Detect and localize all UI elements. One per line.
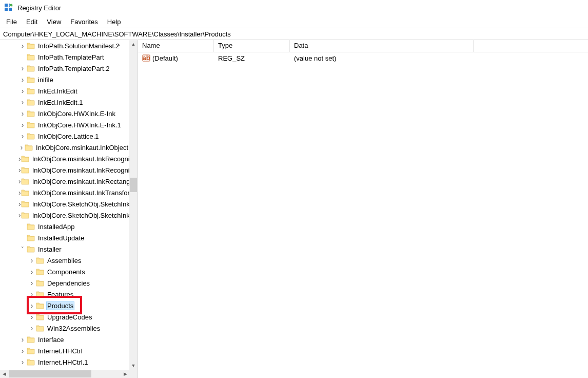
expander-closed-icon[interactable]: › [18,335,27,344]
folder-icon [36,268,44,275]
folder-icon [36,313,44,320]
folder-icon [27,336,35,343]
tree-item-label: InkObjCore.HWXInk.E-Ink [37,109,116,118]
menubar: File Edit View Favorites Help [0,15,588,28]
expander-closed-icon[interactable]: › [28,279,36,287]
address-bar[interactable]: Computer\HKEY_LOCAL_MACHINE\SOFTWARE\Cla… [0,28,588,40]
tree-item[interactable]: ›inifile [0,74,129,85]
tree-item[interactable]: ›Products [0,300,129,311]
tree-item-label: Internet.HHCtrl.1 [37,358,89,367]
folder-icon [21,178,29,185]
folder-icon [27,99,35,106]
values-list[interactable]: ab(Default)REG_SZ(value not set) [138,52,588,64]
folder-icon [27,87,35,94]
menu-file[interactable]: File [2,17,21,27]
tree-item[interactable]: ›InkEd.InkEdit [0,85,129,97]
svg-rect-2 [5,8,8,11]
tree-item[interactable]: ›Components [0,266,129,277]
folder-icon [36,325,44,332]
tree-item[interactable]: ˅Installer [0,243,129,255]
folder-icon [27,65,35,72]
column-header-name[interactable]: Name [138,40,214,52]
expander-closed-icon[interactable]: › [18,75,27,84]
expander-closed-icon[interactable]: › [18,358,27,366]
tree-item-label: InfoPath.SolutionManifest.2 [37,42,121,50]
folder-icon [25,144,33,151]
tree-pane: ›InfoPath.SolutionManifest.2 ^InfoPath.T… [0,40,138,378]
menu-help[interactable]: Help [103,17,125,27]
menu-view[interactable]: View [43,17,65,27]
tree-item[interactable]: ›UpgradeCodes [0,311,129,323]
tree-item[interactable]: ›InkObjCore.HWXInk.E-Ink [0,108,129,119]
tree-item-label: Features [46,290,74,299]
folder-icon [36,279,44,287]
tree-item[interactable]: ›InkObjCore.msinkaut.InkRecognizers [0,164,129,176]
tree-item-label: Assemblies [46,256,82,265]
tree-item[interactable]: ›Assemblies [0,255,129,266]
tree-item-label: InkObjCore.msinkaut.InkRecognizerContext [31,155,129,163]
horizontal-scroll-thumb[interactable] [9,370,91,377]
tree-item-label: InkObjCore.msinkaut.InkRectangle [31,177,129,186]
tree-item[interactable]: ›Internet.HHCtrl.1 [0,356,129,368]
column-header-type[interactable]: Type [214,40,290,52]
tree-item[interactable]: ›Win32Assemblies [0,323,129,334]
expander-closed-icon[interactable]: › [28,313,36,321]
expander-closed-icon[interactable]: › [28,290,36,298]
tree-item[interactable]: InstalledUpdate [0,232,129,243]
tree-item[interactable]: ›Features [0,289,129,300]
column-header-data[interactable]: Data [290,40,474,52]
expander-closed-icon[interactable]: › [18,109,27,118]
expander-closed-icon[interactable]: › [18,42,27,50]
expander-closed-icon[interactable]: › [28,268,36,276]
tree-item[interactable]: ›InkObjCore.SketchObj.SketchInk [0,198,129,210]
expander-closed-icon[interactable]: › [18,121,27,129]
folder-icon [27,234,35,241]
expander-closed-icon[interactable]: › [18,98,27,106]
horizontal-scrollbar[interactable]: ◀ ▶ [0,370,129,378]
tree-item[interactable]: ›InkObjCore.msinkaut.InkRecognizerContex… [0,153,129,164]
folder-icon [27,76,35,83]
expander-closed-icon[interactable]: › [28,256,36,264]
expander-closed-icon[interactable]: › [18,347,27,355]
tree-item-label: Dependencies [46,279,91,288]
scroll-up-arrow[interactable]: ▲ [129,40,138,48]
scroll-right-arrow[interactable]: ▶ [121,370,129,378]
tree-item[interactable]: ›InkObjCore.msinkaut.InkObject [0,142,129,153]
folder-icon [21,200,29,207]
value-row[interactable]: ab(Default)REG_SZ(value not set) [138,52,588,64]
tree-item[interactable]: ›InkObjCore.SketchObj.SketchInk.1 [0,210,129,221]
tree-item[interactable]: ›InfoPath.SolutionManifest.2 ^ [0,40,129,51]
tree-item[interactable]: ›InkObjCore.Lattice.1 [0,130,129,142]
expander-closed-icon[interactable]: › [18,87,27,95]
expander-closed-icon[interactable]: › [28,324,36,332]
scroll-left-arrow[interactable]: ◀ [0,370,8,378]
expander-closed-icon[interactable]: › [28,301,36,310]
tree-item[interactable]: InfoPath.TemplatePart [0,51,129,63]
vertical-scroll-thumb[interactable] [130,178,137,192]
tree-item[interactable]: InstalledApp [0,221,129,232]
tree-item[interactable]: ›Internet.HHCtrl [0,345,129,356]
tree-item[interactable]: ›InkEd.InkEdit.1 [0,97,129,108]
folder-icon [27,358,35,366]
tree-item-label: Installer [37,245,63,254]
tree-view[interactable]: ›InfoPath.SolutionManifest.2 ^InfoPath.T… [0,40,129,370]
tree-item[interactable]: ›InfoPath.TemplatePart.2 [0,63,129,74]
tree-item[interactable]: ›InkObjCore.HWXInk.E-Ink.1 [0,119,129,130]
vertical-scrollbar[interactable]: ▲ ▼ [129,40,138,370]
menu-favorites[interactable]: Favorites [66,17,102,27]
folder-icon [21,155,29,162]
expander-closed-icon[interactable]: › [18,132,27,140]
tree-item[interactable]: ›Interface [0,334,129,345]
tree-item-label: InkEd.InkEdit [37,87,79,96]
tree-item[interactable]: ›Dependencies [0,277,129,289]
tree-item[interactable]: ›InkObjCore.msinkaut.InkRectangle [0,176,129,187]
expander-closed-icon[interactable]: › [18,64,27,72]
app-icon [4,3,13,12]
tree-item[interactable]: ›InkObjCore.msinkaut.InkTransform [0,187,129,198]
expander-open-icon[interactable]: ˅ [18,246,27,253]
folder-icon [36,257,44,264]
scroll-down-arrow[interactable]: ▼ [129,362,138,370]
menu-edit[interactable]: Edit [22,17,42,27]
expander-closed-icon[interactable]: › [18,143,25,152]
column-header-spacer [474,40,588,52]
